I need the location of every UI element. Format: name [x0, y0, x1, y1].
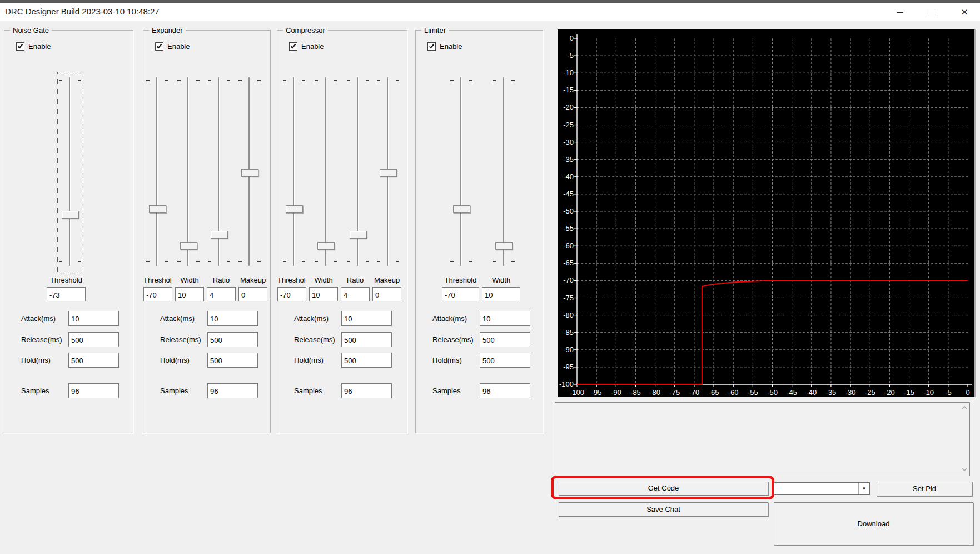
- tick-mark: [146, 261, 150, 262]
- svg-text:-15: -15: [904, 388, 914, 397]
- pid-combobox[interactable]: ▼: [774, 482, 870, 495]
- tick-mark: [315, 261, 318, 262]
- compressor-width-slider[interactable]: [315, 77, 337, 266]
- limiter-threshold-slider[interactable]: [450, 77, 472, 266]
- compressor-width-input[interactable]: [309, 287, 338, 301]
- ratio-column-label: Ratio: [207, 276, 236, 284]
- minimize-button[interactable]: [887, 6, 913, 20]
- log-scrollbar[interactable]: [959, 403, 969, 476]
- set-pid-button[interactable]: Set Pid: [877, 482, 972, 496]
- compressor-threshold-input[interactable]: [277, 287, 306, 301]
- expander-samples-input[interactable]: [207, 383, 258, 398]
- compressor-makeup-slider[interactable]: [377, 77, 399, 266]
- checkbox-checked-icon[interactable]: [289, 42, 297, 51]
- tick-mark: [377, 261, 380, 262]
- svg-text:-80: -80: [563, 311, 574, 319]
- slider-track: [293, 77, 295, 266]
- noise-gate-release-input[interactable]: [68, 332, 119, 347]
- tick-mark: [238, 261, 242, 262]
- slider-thumb[interactable]: [180, 242, 197, 250]
- enable-label: Enable: [28, 42, 51, 51]
- enable-label: Enable: [301, 42, 324, 51]
- group-title: Compressor: [283, 26, 328, 34]
- slider-thumb[interactable]: [453, 205, 470, 213]
- expander-threshold-input[interactable]: [143, 287, 172, 301]
- slider-thumb[interactable]: [350, 231, 367, 239]
- tick-mark: [238, 80, 242, 81]
- checkbox-checked-icon[interactable]: [427, 42, 436, 51]
- expander-attack-input[interactable]: [207, 311, 258, 326]
- compressor-release-input[interactable]: [341, 332, 392, 347]
- minimize-icon: [897, 12, 903, 13]
- slider-thumb[interactable]: [495, 242, 513, 250]
- svg-text:-35: -35: [826, 388, 837, 397]
- expander-release-input[interactable]: [207, 332, 258, 347]
- compressor-ratio-input[interactable]: [341, 287, 370, 301]
- limiter-samples-input[interactable]: [480, 383, 530, 398]
- expander-ratio-input[interactable]: [207, 287, 236, 301]
- release-label: Release(ms): [432, 335, 479, 344]
- compressor-attack-input[interactable]: [341, 311, 392, 326]
- log-textbox[interactable]: [555, 402, 970, 476]
- compressor-samples-input[interactable]: [341, 383, 392, 398]
- compressor-ratio-slider[interactable]: [347, 77, 369, 266]
- noise-gate-threshold-slider[interactable]: [59, 77, 81, 266]
- limiter-threshold-input[interactable]: [442, 287, 479, 301]
- tick-mark: [334, 80, 337, 81]
- tick-mark: [59, 261, 62, 262]
- chevron-down-icon[interactable]: ▼: [858, 483, 869, 494]
- slider-track: [187, 77, 189, 266]
- compressor-makeup-input[interactable]: [372, 287, 401, 301]
- slider-thumb[interactable]: [241, 169, 258, 177]
- expander-threshold-slider[interactable]: [146, 77, 168, 266]
- save-chat-button[interactable]: Save Chat: [559, 502, 768, 517]
- limiter-width-slider[interactable]: [493, 77, 515, 266]
- svg-text:-45: -45: [563, 190, 574, 198]
- svg-text:-75: -75: [669, 388, 680, 397]
- tick-mark: [227, 80, 230, 81]
- limiter-hold-input[interactable]: [480, 353, 530, 368]
- expander-width-slider[interactable]: [177, 77, 200, 266]
- slider-thumb[interactable]: [149, 205, 166, 213]
- samples-label: Samples: [160, 387, 206, 395]
- samples-label: Samples: [21, 387, 67, 395]
- attack-label: Attack(ms): [432, 314, 479, 323]
- noise-gate-threshold-input[interactable]: [47, 287, 86, 301]
- slider-thumb[interactable]: [286, 205, 303, 213]
- compressor-hold-input[interactable]: [341, 353, 392, 368]
- attack-label: Attack(ms): [160, 314, 206, 323]
- download-button[interactable]: Download: [774, 502, 973, 545]
- compressor-threshold-slider[interactable]: [283, 77, 305, 266]
- limiter-release-input[interactable]: [480, 332, 530, 347]
- tick-mark: [208, 261, 211, 262]
- expander-width-input[interactable]: [175, 287, 204, 301]
- expander-hold-input[interactable]: [207, 353, 258, 368]
- threshold-column-label: Threshold: [47, 276, 86, 284]
- slider-thumb[interactable]: [211, 231, 228, 239]
- expander-makeup-slider[interactable]: [238, 77, 261, 266]
- noise-gate-hold-input[interactable]: [68, 353, 119, 368]
- limiter-width-input[interactable]: [482, 287, 520, 301]
- scroll-up-icon[interactable]: [960, 404, 969, 412]
- ratio-column-label: Ratio: [341, 276, 370, 284]
- slider-thumb[interactable]: [317, 242, 335, 250]
- release-label: Release(ms): [294, 335, 340, 344]
- tick-mark: [78, 80, 81, 81]
- attack-label: Attack(ms): [21, 314, 67, 323]
- maximize-button[interactable]: [919, 6, 945, 20]
- close-button[interactable]: ✕: [952, 6, 977, 20]
- checkbox-checked-icon[interactable]: [16, 42, 24, 51]
- group-title: Noise Gate: [10, 26, 52, 34]
- scroll-down-icon[interactable]: [960, 466, 969, 474]
- checkbox-checked-icon[interactable]: [155, 42, 163, 51]
- noise-gate-samples-input[interactable]: [68, 383, 119, 398]
- expander-makeup-input[interactable]: [238, 287, 267, 301]
- slider-thumb[interactable]: [62, 211, 79, 219]
- tick-mark: [227, 261, 230, 262]
- noise-gate-attack-input[interactable]: [68, 311, 119, 326]
- tick-mark: [315, 80, 318, 81]
- limiter-attack-input[interactable]: [480, 311, 530, 326]
- slider-thumb[interactable]: [380, 169, 397, 177]
- expander-ratio-slider[interactable]: [208, 77, 230, 266]
- svg-text:-5: -5: [567, 51, 574, 60]
